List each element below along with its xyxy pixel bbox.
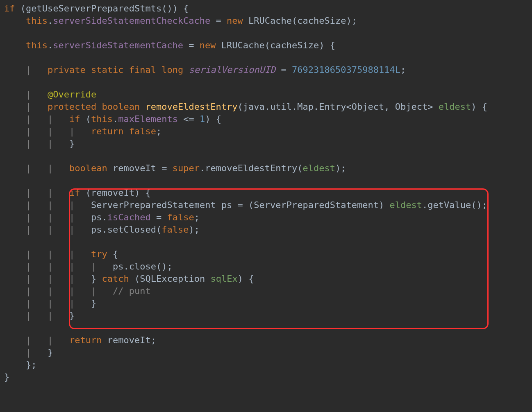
keyword-return: return [91, 126, 123, 136]
line: | | | | // punt [4, 286, 151, 296]
keyword-this: this [91, 114, 113, 124]
line: | | | ServerPreparedStatement ps = (Serv… [4, 200, 487, 210]
line [4, 175, 9, 186]
line: | | | | ps.close(); [4, 261, 173, 272]
type: java.util.Map.Entry [243, 102, 346, 112]
call: getUseServerPreparedStmts [26, 3, 161, 14]
field: serverSideStatementCheckCache [53, 16, 210, 26]
type: Object [395, 102, 427, 112]
line: | } [4, 347, 53, 358]
line: } [4, 372, 9, 382]
keyword-final: final [129, 65, 156, 75]
keyword-catch: catch [102, 274, 129, 284]
keyword-protected: protected [48, 102, 96, 112]
keyword-boolean: boolean [102, 102, 140, 112]
line: | | | return false; [4, 126, 161, 136]
op: = [210, 16, 227, 26]
line [4, 52, 9, 63]
field-svuid: serialVersionUID [189, 65, 275, 75]
arg: cacheSize [297, 16, 346, 26]
var: removeIt [107, 335, 151, 345]
keyword-if: if [69, 114, 80, 124]
call: removeEldestEntry [205, 163, 297, 173]
line: | | } [4, 310, 75, 321]
call: getValue [427, 200, 471, 210]
op: = [183, 40, 200, 50]
keyword-try: try [91, 249, 107, 259]
call: setClosed [107, 224, 156, 235]
line: | | } [4, 138, 75, 149]
line: | | | ps.isCached = false; [4, 212, 200, 222]
type: LRUCache [248, 16, 292, 26]
code-editor[interactable]: if (getUseServerPreparedStmts()) { this.… [0, 0, 532, 383]
method-name: removeEldestEntry [145, 102, 237, 112]
var: ps [113, 261, 124, 272]
keyword-new: new [200, 40, 216, 50]
keyword-private: private [48, 65, 86, 75]
type: Object [352, 102, 384, 112]
var: removeIt [91, 188, 134, 198]
line: | | return removeIt; [4, 335, 156, 345]
param-ref: eldest [390, 200, 422, 210]
number: 1 [200, 114, 205, 124]
line [4, 28, 9, 38]
keyword-this: this [26, 16, 48, 26]
keyword-false: false [167, 212, 194, 222]
line: | private static final long serialVersio… [4, 65, 406, 75]
annotation-override: @Override [48, 89, 96, 100]
line: if (getUseServerPreparedStmts()) { [4, 3, 189, 14]
field: maxElements [118, 114, 178, 124]
line: | | if (removeIt) { [4, 188, 151, 198]
type: ServerPreparedStatement [91, 200, 216, 210]
field: serverSideStatementCache [53, 40, 183, 50]
type: ServerPreparedStatement [254, 200, 379, 210]
param: eldest [439, 102, 471, 112]
var: ps [91, 212, 102, 222]
line: this.serverSideStatementCache = new LRUC… [4, 40, 335, 50]
number: 7692318650375988114L [292, 65, 400, 75]
line [4, 151, 9, 161]
keyword-false: false [161, 224, 189, 235]
line: this.serverSideStatementCheckCache = new… [4, 16, 357, 26]
keyword-if: if [69, 188, 80, 198]
line: | | boolean removeIt = super.removeEldes… [4, 163, 346, 173]
keyword-if: if [4, 3, 15, 14]
line [4, 77, 9, 87]
line: | | | } [4, 298, 96, 308]
call: close [129, 261, 156, 272]
field: isCached [107, 212, 151, 222]
keyword-return: return [69, 335, 102, 345]
comment: // punt [113, 286, 151, 296]
keyword-long: long [161, 65, 183, 75]
keyword-super: super [173, 163, 200, 173]
var: removeIt [113, 163, 156, 173]
param-ref: eldest [303, 163, 335, 173]
line: }; [4, 360, 36, 370]
type: SQLException [140, 274, 205, 284]
line [4, 237, 9, 247]
keyword-this: this [26, 40, 48, 50]
line: | | if (this.maxElements <= 1) { [4, 114, 221, 124]
line: | | | } catch (SQLException sqlEx) { [4, 274, 254, 284]
line: | @Override [4, 89, 96, 100]
line: | | | try { [4, 249, 118, 259]
line: | protected boolean removeEldestEntry(ja… [4, 102, 487, 112]
line: | | | ps.setClosed(false); [4, 224, 200, 235]
line [4, 323, 9, 333]
keyword-false: false [129, 126, 156, 136]
op: <= [178, 114, 200, 124]
param: sqlEx [210, 274, 237, 284]
keyword-new: new [227, 16, 243, 26]
keyword-static: static [91, 65, 123, 75]
type: LRUCache [221, 40, 265, 50]
arg: cacheSize [270, 40, 319, 50]
keyword-boolean: boolean [69, 163, 107, 173]
var: ps [91, 224, 102, 235]
var: ps [221, 200, 232, 210]
